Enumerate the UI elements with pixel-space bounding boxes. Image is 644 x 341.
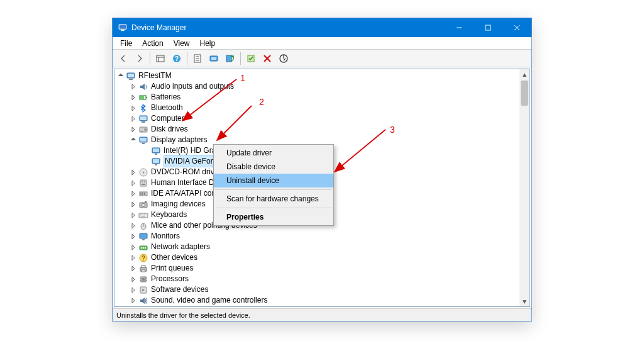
update-driver-button[interactable]: [206, 51, 221, 66]
tree-category-disk[interactable]: Disk drives: [114, 124, 519, 135]
tree-category-network[interactable]: Network adapters: [114, 242, 519, 252]
expand-icon[interactable]: [130, 243, 137, 251]
svg-rect-43: [155, 164, 157, 165]
tree-category-software[interactable]: Software devices: [114, 284, 519, 295]
tree-category-audio[interactable]: Audio inputs and outputs: [114, 81, 519, 92]
expand-icon[interactable]: [130, 104, 137, 112]
context-update-driver[interactable]: Update driver: [214, 146, 333, 160]
tree-category-battery[interactable]: Batteries: [114, 92, 519, 103]
maximize-button[interactable]: [474, 18, 502, 37]
node-label: Other devices: [151, 252, 197, 263]
collapse-icon[interactable]: [130, 137, 137, 144]
svg-rect-40: [155, 154, 157, 155]
svg-rect-59: [142, 215, 142, 215]
computer-icon: [126, 71, 136, 81]
node-label: Bluetooth: [151, 103, 183, 113]
expand-icon[interactable]: [130, 233, 137, 240]
expand-icon[interactable]: [130, 297, 137, 305]
context-disable-device[interactable]: Disable device: [214, 160, 333, 174]
tree-root[interactable]: RFtestTM: [114, 70, 519, 81]
expand-icon[interactable]: [130, 265, 137, 272]
sound-icon: [138, 296, 148, 306]
properties-button[interactable]: [190, 51, 205, 66]
expand-icon[interactable]: [130, 286, 137, 294]
expand-icon[interactable]: [130, 190, 137, 198]
context-properties[interactable]: Properties: [214, 210, 333, 224]
svg-rect-28: [140, 96, 144, 99]
scroll-down-icon[interactable]: ▾: [519, 296, 530, 306]
tree-category-bluetooth[interactable]: Bluetooth: [114, 103, 519, 113]
svg-rect-70: [145, 247, 146, 249]
svg-rect-56: [145, 201, 147, 203]
expand-icon[interactable]: [130, 83, 137, 91]
scan-hardware-button[interactable]: [223, 51, 238, 66]
scrollbar-thumb[interactable]: [521, 81, 528, 106]
tree-category-cpu[interactable]: Processors: [114, 274, 519, 284]
enable-device-button[interactable]: [243, 51, 258, 66]
svg-rect-7: [157, 55, 164, 62]
optical-icon: [138, 167, 148, 177]
expand-icon[interactable]: [130, 179, 137, 187]
context-scan-hardware[interactable]: Scan for hardware changes: [214, 192, 333, 206]
statusbar-text: Uninstalls the driver for the selected d…: [116, 311, 250, 319]
svg-point-33: [144, 128, 147, 131]
svg-rect-46: [140, 180, 147, 186]
expand-icon[interactable]: [130, 222, 137, 230]
expand-icon[interactable]: [130, 201, 137, 208]
svg-rect-24: [128, 74, 134, 77]
tree-category-sound[interactable]: Sound, video and game controllers: [114, 295, 519, 306]
svg-point-47: [142, 181, 143, 182]
tree-category-monitor[interactable]: Monitors: [114, 231, 519, 242]
close-button[interactable]: [502, 18, 531, 37]
scroll-up-icon[interactable]: ▴: [519, 69, 530, 79]
svg-rect-75: [142, 270, 145, 272]
svg-rect-18: [226, 55, 231, 62]
audio-icon: [138, 82, 148, 92]
menu-view[interactable]: View: [169, 38, 195, 49]
vertical-scrollbar[interactable]: ▴ ▾: [519, 69, 530, 306]
svg-rect-4: [486, 25, 491, 30]
node-label: Software devices: [151, 284, 208, 295]
expand-icon[interactable]: [130, 126, 137, 133]
tree-category-other[interactable]: ?Other devices: [114, 252, 519, 263]
disable-device-button[interactable]: [276, 51, 291, 66]
menu-help[interactable]: Help: [195, 38, 221, 49]
toolbar-separator: [150, 52, 150, 65]
show-hidden-button[interactable]: [153, 51, 168, 66]
device-manager-icon: [118, 23, 128, 33]
context-uninstall-device[interactable]: Uninstall device: [214, 174, 333, 187]
node-label: Network adapters: [151, 242, 210, 252]
expand-icon[interactable]: [130, 276, 137, 283]
svg-rect-68: [141, 247, 142, 249]
help-button[interactable]: ?: [169, 51, 184, 66]
forward-button[interactable]: [132, 51, 147, 66]
menu-action[interactable]: Action: [137, 38, 168, 49]
menu-file[interactable]: File: [115, 38, 137, 49]
expand-icon[interactable]: [130, 94, 137, 101]
bluetooth-icon: [138, 103, 148, 113]
node-label: Keyboards: [151, 210, 187, 220]
expand-icon[interactable]: [130, 211, 137, 219]
tree-category-storage[interactable]: Storage controllers: [114, 306, 519, 306]
window-title: Device Manager: [131, 23, 445, 32]
other-icon: ?: [138, 253, 148, 263]
expand-icon[interactable]: [130, 169, 137, 176]
node-label: Imaging devices: [151, 199, 206, 210]
statusbar: Uninstalls the driver for the selected d…: [113, 308, 531, 321]
collapse-icon[interactable]: [117, 72, 125, 80]
back-button[interactable]: [116, 51, 131, 66]
expand-icon[interactable]: [130, 115, 137, 123]
svg-rect-62: [141, 216, 145, 216]
node-label: Audio inputs and outputs: [151, 81, 234, 92]
uninstall-device-button[interactable]: [260, 51, 275, 66]
tree-category-computer[interactable]: Computer: [114, 113, 519, 124]
svg-rect-58: [140, 215, 141, 215]
svg-rect-30: [140, 116, 147, 120]
tree-category-printer[interactable]: Print queues: [114, 263, 519, 274]
expand-icon[interactable]: [130, 254, 137, 262]
svg-rect-51: [140, 193, 142, 195]
monitor-icon: [138, 232, 148, 242]
minimize-button[interactable]: [445, 18, 474, 37]
titlebar[interactable]: Device Manager: [113, 18, 531, 37]
svg-text:?: ?: [142, 255, 145, 262]
